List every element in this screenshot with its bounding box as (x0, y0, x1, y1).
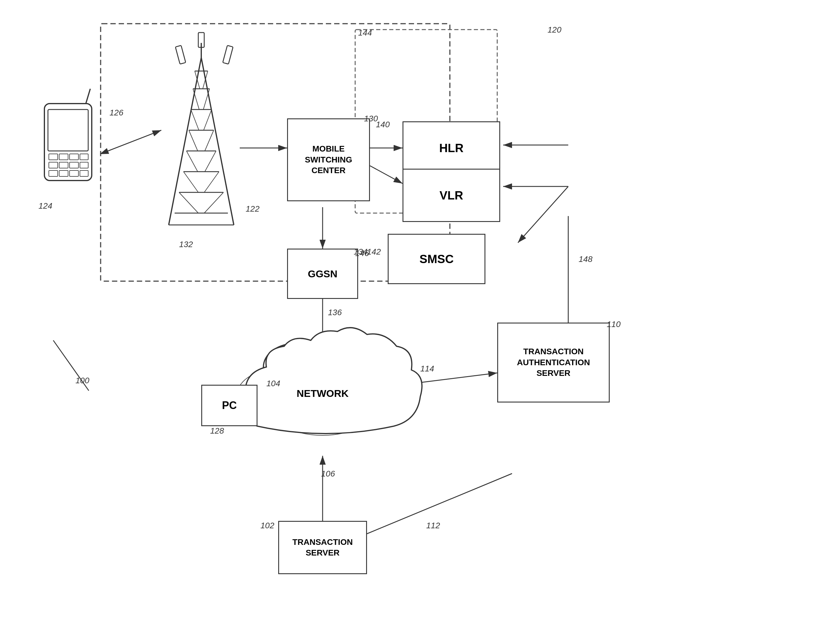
svg-point-46 (263, 364, 382, 435)
diagram-container: 120 144 MOBILE SWITCHING CENTER 130 GGSN… (0, 0, 829, 644)
ref-100-label: 100 (76, 376, 89, 385)
svg-rect-33 (49, 154, 58, 160)
svg-line-26 (203, 71, 208, 89)
ref-114-label: 114 (420, 364, 434, 373)
svg-line-3 (201, 58, 234, 225)
diagram-svg (0, 0, 829, 644)
svg-rect-35 (69, 154, 79, 160)
svg-rect-37 (49, 162, 58, 168)
svg-line-13 (179, 192, 198, 213)
svg-line-25 (195, 71, 200, 89)
svg-rect-30 (198, 33, 204, 47)
network-cloud (237, 328, 422, 435)
svg-rect-42 (59, 170, 68, 176)
svg-rect-39 (69, 162, 79, 168)
ref-106-label: 106 (321, 469, 335, 479)
svg-line-17 (186, 151, 198, 172)
svg-rect-36 (80, 154, 88, 160)
pc-box: PC (201, 385, 257, 426)
msc-to-vlr-arrow (370, 166, 402, 184)
svg-line-16 (204, 172, 219, 192)
svg-rect-38 (59, 162, 68, 168)
svg-line-2 (169, 58, 201, 225)
svg-rect-34 (59, 154, 68, 160)
svg-rect-43 (69, 170, 79, 176)
transaction-server-box: TRANSACTION SERVER (278, 521, 367, 574)
ref-124-label: 124 (38, 201, 52, 211)
hlr-box: HLR (402, 121, 500, 175)
svg-rect-29 (223, 45, 233, 64)
svg-rect-28 (175, 45, 186, 64)
smsc-box: SMSC (388, 234, 485, 284)
ref-104-label: 104 (266, 379, 280, 388)
network-to-auth-arrow (379, 373, 497, 388)
svg-line-23 (193, 89, 199, 110)
ref-112-label: 112 (426, 521, 440, 531)
ref-140-label: 140 (376, 120, 390, 129)
svg-rect-41 (49, 170, 58, 176)
svg-line-18 (205, 151, 216, 172)
ggsn-box: GGSN (287, 249, 358, 299)
svg-line-45 (86, 89, 90, 104)
ref-146-label: 146 (355, 249, 369, 258)
ref-110-label: 110 (607, 320, 621, 329)
svg-rect-32 (48, 110, 88, 151)
phone-to-tower-arrow (108, 130, 161, 151)
svg-rect-31 (44, 104, 92, 181)
svg-line-14 (204, 192, 224, 213)
svg-line-15 (183, 172, 198, 192)
svg-point-50 (305, 337, 376, 385)
ref-136-label: 136 (328, 308, 342, 317)
mobile-switching-center-box: MOBILE SWITCHING CENTER (287, 118, 370, 201)
svg-line-22 (203, 110, 212, 130)
vlr-box: VLR (402, 169, 500, 222)
ref-120-label: 120 (547, 25, 561, 35)
ref-126-label: 126 (109, 108, 123, 118)
ref-132-label: 132 (179, 240, 193, 249)
ref-148-label: 148 (578, 255, 593, 264)
svg-rect-40 (80, 162, 88, 168)
mobile-phone (44, 89, 92, 181)
svg-line-19 (189, 130, 198, 151)
svg-line-20 (205, 130, 214, 151)
ref-144-label: 144 (358, 28, 372, 38)
svg-line-21 (191, 110, 199, 130)
ref-102-label: 102 (260, 521, 274, 531)
ref-128-label: 128 (210, 426, 224, 436)
svg-point-51 (263, 364, 382, 435)
cell-tower (169, 33, 234, 225)
svg-rect-44 (80, 170, 88, 176)
ref-142-label: 142 (367, 247, 381, 257)
svg-line-24 (203, 89, 210, 110)
transaction-auth-server-box: TRANSACTION AUTHENTICATION SERVER (497, 323, 610, 403)
auth-to-smsc-arrow (518, 186, 568, 242)
ref-122-label: 122 (246, 204, 260, 214)
network-label: NETWORK (288, 388, 357, 399)
